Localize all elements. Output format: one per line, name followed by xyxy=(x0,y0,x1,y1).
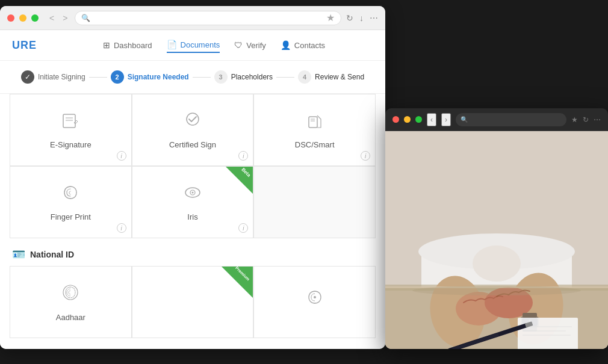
maximize-button[interactable] xyxy=(31,14,39,22)
nav-documents-label: Documents xyxy=(181,40,220,49)
person-photo-svg xyxy=(385,131,608,349)
contacts-icon: 👤 xyxy=(281,40,291,50)
iris-info-icon[interactable]: i xyxy=(238,223,248,233)
esignature-info-icon[interactable]: i xyxy=(117,151,126,161)
dsc-card[interactable]: DSC/Smart i xyxy=(253,94,376,166)
step-1-number: ✓ xyxy=(21,70,34,84)
search-icon: 🔍 xyxy=(81,14,90,22)
certified-sign-card[interactable]: Certified Sign i xyxy=(132,94,254,166)
documents-icon: 📄 xyxy=(167,40,177,49)
signature-grid: E-Signature i Certified Sign i xyxy=(0,94,385,238)
iris-label: Iris xyxy=(187,212,197,221)
national-id-section-header: 🪪 National ID xyxy=(0,238,385,266)
svg-rect-0 xyxy=(63,114,75,128)
overlay-maximize-button[interactable] xyxy=(415,116,422,123)
step-4-label: Review & Send xyxy=(315,73,364,81)
nav-contacts-label: Contacts xyxy=(294,41,325,50)
certified-icon xyxy=(183,111,202,134)
fingerprint-card[interactable]: Finger Print i xyxy=(10,166,132,238)
step-2[interactable]: 2 Signature Needed xyxy=(111,70,189,84)
iris-card[interactable]: Iris i Beta xyxy=(132,166,254,238)
nav-verify[interactable]: 🛡 Verify xyxy=(234,37,266,53)
nav-contacts[interactable]: 👤 Contacts xyxy=(281,37,325,53)
nav-verify-label: Verify xyxy=(246,41,266,50)
overlay-bookmark-icon[interactable]: ★ xyxy=(571,116,578,124)
step-connector-1 xyxy=(89,77,107,78)
national-id-title: National ID xyxy=(30,250,74,259)
main-titlebar: < > 🔍 ★ ↻ ↓ ⋯ xyxy=(0,6,385,30)
overlay-search-icon: 🔍 xyxy=(461,116,468,123)
certified-label: Certified Sign xyxy=(169,140,216,149)
national-id-grid: Aadhaar Premium xyxy=(0,266,385,348)
main-browser-window: < > 🔍 ★ ↻ ↓ ⋯ URE ⊞ Dashboard 📄 xyxy=(0,6,385,349)
nav-dashboard[interactable]: ⊞ Dashboard xyxy=(103,37,152,53)
overlay-minimize-button[interactable] xyxy=(404,116,411,123)
back-nav-button[interactable]: < xyxy=(47,12,57,24)
dsc-info-icon[interactable]: i xyxy=(361,151,370,161)
national-id-icon: 🪪 xyxy=(12,248,25,261)
overlay-refresh-icon[interactable]: ↻ xyxy=(583,116,589,124)
svg-point-3 xyxy=(187,113,199,125)
fingerprint-info-icon[interactable]: i xyxy=(117,223,126,233)
top-nav: URE ⊞ Dashboard 📄 Documents 🛡 Verify 👤 C… xyxy=(0,30,385,61)
dsc-icon xyxy=(305,111,324,134)
dsc-label: DSC/Smart xyxy=(295,140,335,149)
svg-point-9 xyxy=(191,192,193,194)
close-button[interactable] xyxy=(7,14,14,22)
bookmark-icon[interactable]: ★ xyxy=(326,12,335,23)
svg-rect-29 xyxy=(523,313,537,318)
more-icon[interactable]: ⋯ xyxy=(370,13,378,23)
minimize-button[interactable] xyxy=(19,14,26,22)
esignature-icon xyxy=(61,111,80,134)
premium-card[interactable]: Premium xyxy=(132,266,254,338)
forward-nav-button[interactable]: > xyxy=(60,12,70,24)
svg-rect-31 xyxy=(518,318,578,349)
esignature-label: E-Signature xyxy=(50,140,92,149)
step-connector-2 xyxy=(193,77,211,78)
overlay-forward-button[interactable]: › xyxy=(441,113,451,126)
overlay-photo xyxy=(385,131,608,349)
beta-badge-shape xyxy=(226,167,253,194)
overlay-back-button[interactable]: ‹ xyxy=(427,113,436,126)
step-4[interactable]: 4 Review & Send xyxy=(298,70,364,84)
verify-icon: 🛡 xyxy=(234,40,243,50)
app-content: URE ⊞ Dashboard 📄 Documents 🛡 Verify 👤 C… xyxy=(0,30,385,349)
step-connector-3 xyxy=(276,77,294,78)
empty-card xyxy=(253,166,376,238)
aadhaar-card[interactable]: Aadhaar xyxy=(10,266,132,338)
national-id-fp-icon xyxy=(306,288,324,310)
aadhaar-icon xyxy=(60,282,81,307)
fingerprint-icon xyxy=(61,183,80,206)
dashboard-icon: ⊞ xyxy=(103,40,110,50)
step-1[interactable]: ✓ Initiate Signing xyxy=(21,70,85,84)
stepper: ✓ Initiate Signing 2 Signature Needed 3 … xyxy=(0,61,385,94)
nav-documents[interactable]: 📄 Documents xyxy=(167,37,220,53)
national-id-card-3[interactable] xyxy=(253,266,376,338)
nav-menu: ⊞ Dashboard 📄 Documents 🛡 Verify 👤 Conta… xyxy=(55,37,373,53)
step-3-label: Placeholders xyxy=(231,73,273,81)
overlay-url-bar[interactable]: 🔍 xyxy=(456,113,566,126)
step-3[interactable]: 3 Placeholders xyxy=(214,70,273,84)
overlay-titlebar: ‹ › 🔍 ★ ↻ ⋯ xyxy=(385,108,608,131)
esignature-card[interactable]: E-Signature i xyxy=(10,94,132,166)
fingerprint-label: Finger Print xyxy=(51,212,91,221)
svg-rect-4 xyxy=(309,117,317,128)
step-2-label: Signature Needed xyxy=(128,73,189,81)
step-4-number: 4 xyxy=(298,70,311,84)
certified-info-icon[interactable]: i xyxy=(238,151,248,161)
overlay-close-button[interactable] xyxy=(392,116,399,123)
refresh-icon[interactable]: ↻ xyxy=(346,13,353,23)
iris-icon xyxy=(183,183,202,206)
step-3-number: 3 xyxy=(214,70,228,84)
brand-logo: URE xyxy=(12,39,37,52)
url-bar[interactable]: 🔍 ★ xyxy=(75,11,341,25)
step-1-label: Initiate Signing xyxy=(38,73,85,81)
svg-point-18 xyxy=(473,245,521,282)
download-icon[interactable]: ↓ xyxy=(359,13,364,23)
svg-point-39 xyxy=(412,286,581,295)
overlay-more-icon[interactable]: ⋯ xyxy=(594,116,601,124)
step-2-number: 2 xyxy=(111,70,124,84)
nav-dashboard-label: Dashboard xyxy=(114,41,152,50)
aadhaar-label: Aadhaar xyxy=(56,313,85,322)
url-input[interactable] xyxy=(94,14,323,22)
